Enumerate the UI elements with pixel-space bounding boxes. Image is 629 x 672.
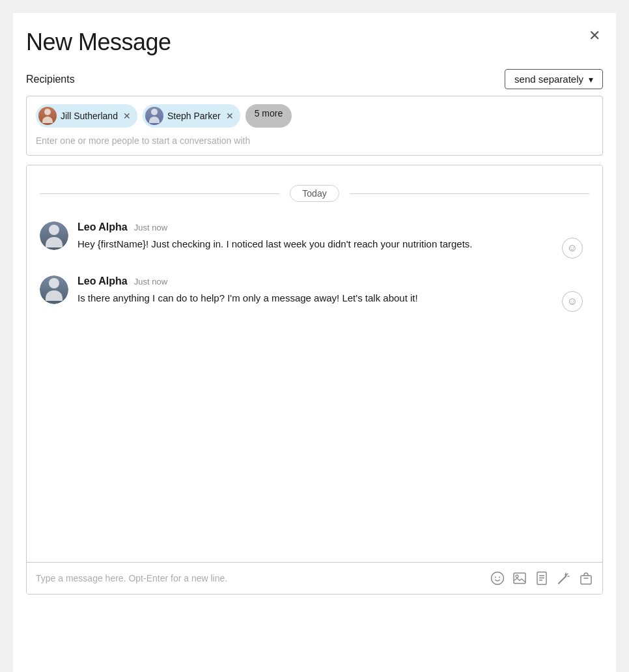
input-toolbar: [490, 571, 593, 585]
date-divider-line-right: [350, 193, 589, 194]
message-header-1: Leo Alpha Just now: [77, 221, 589, 233]
avatar-leo-1: [40, 221, 68, 250]
remove-jill-button[interactable]: ✕: [122, 111, 131, 120]
svg-rect-14: [581, 576, 591, 584]
message-text-1: Hey {firstName}! Just checking in. I not…: [77, 237, 589, 252]
avatar-leo-2: [40, 275, 68, 304]
avatar-jill: [38, 107, 57, 125]
recipients-label: Recipients: [26, 74, 75, 85]
remove-steph-button[interactable]: ✕: [225, 111, 234, 120]
message-time-2: Just now: [134, 277, 167, 287]
emoji-picker-button[interactable]: [490, 571, 505, 585]
chat-messages: Today Leo Alpha Just now Hey {firstNam: [27, 165, 602, 562]
react-emoji-button-2[interactable]: ☺: [562, 291, 583, 312]
new-message-modal: ✕ New Message Recipients send separately…: [13, 13, 616, 672]
image-icon: [512, 571, 527, 585]
avatar-steph: [145, 107, 163, 125]
smiley-icon-2: ☺: [567, 296, 578, 307]
svg-point-2: [499, 577, 500, 578]
message-header-2: Leo Alpha Just now: [77, 275, 589, 287]
message-content-1: Leo Alpha Just now Hey {firstName}! Just…: [77, 221, 589, 252]
recipients-tags: Jill Sutherland ✕ Steph Parker ✕ 5 more: [36, 104, 593, 128]
smiley-face-icon: [490, 571, 505, 585]
chevron-down-icon: ▾: [589, 74, 593, 85]
message-sender-2: Leo Alpha: [77, 275, 128, 287]
close-button[interactable]: ✕: [586, 26, 603, 46]
svg-rect-3: [514, 573, 525, 583]
document-icon: [535, 571, 549, 585]
recipients-row: Recipients send separately ▾: [26, 69, 603, 89]
image-button[interactable]: [512, 571, 527, 585]
recipients-box[interactable]: Jill Sutherland ✕ Steph Parker ✕ 5 more: [26, 96, 603, 156]
message-sender-1: Leo Alpha: [77, 221, 128, 233]
message-input[interactable]: [36, 570, 484, 586]
svg-point-0: [492, 572, 504, 585]
svg-line-9: [559, 576, 566, 583]
recipient-tag-jill: Jill Sutherland ✕: [36, 104, 137, 128]
send-separately-label: send separately: [514, 74, 583, 85]
date-divider: Today: [40, 185, 589, 202]
react-emoji-button-1[interactable]: ☺: [562, 238, 583, 259]
date-divider-label: Today: [290, 185, 339, 202]
chat-area: Today Leo Alpha Just now Hey {firstNam: [26, 165, 603, 595]
message-text-2: Is there anything I can do to help? I'm …: [77, 291, 589, 306]
modal-title: New Message: [26, 29, 603, 56]
send-separately-button[interactable]: send separately ▾: [505, 69, 603, 89]
message-time-1: Just now: [134, 223, 167, 232]
recipient-name-jill: Jill Sutherland: [61, 111, 118, 121]
recipients-placeholder: Enter one or more people to start a conv…: [36, 134, 593, 147]
chat-input-area: [27, 562, 602, 594]
magic-wand-icon: [557, 571, 571, 585]
svg-point-4: [516, 575, 518, 578]
shopping-bag-icon: [579, 571, 593, 585]
svg-line-12: [567, 574, 568, 575]
magic-button[interactable]: [557, 571, 571, 585]
recipient-tag-steph: Steph Parker ✕: [143, 104, 240, 128]
message-block-2: Leo Alpha Just now Is there anything I c…: [40, 275, 589, 306]
message-block-1: Leo Alpha Just now Hey {firstName}! Just…: [40, 221, 589, 252]
message-content-2: Leo Alpha Just now Is there anything I c…: [77, 275, 589, 306]
svg-point-1: [495, 577, 496, 578]
recipient-name-steph: Steph Parker: [167, 111, 221, 121]
more-recipients-tag[interactable]: 5 more: [245, 104, 292, 128]
smiley-icon-1: ☺: [567, 242, 578, 254]
date-divider-line-left: [40, 193, 279, 194]
document-button[interactable]: [535, 571, 549, 585]
more-recipients-label: 5 more: [255, 108, 283, 119]
bag-button[interactable]: [579, 571, 593, 585]
